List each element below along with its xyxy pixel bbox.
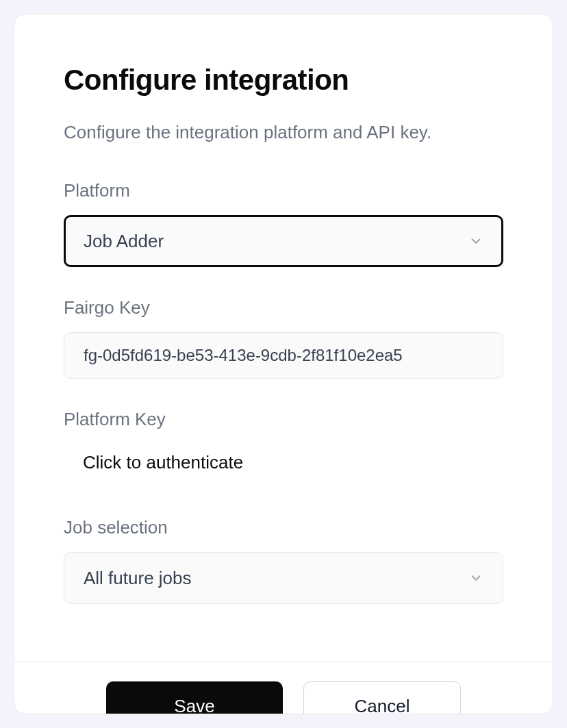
platform-label: Platform [64,180,503,201]
modal-title: Configure integration [64,64,503,97]
fairgo-key-label: Fairgo Key [64,297,503,318]
cancel-button[interactable]: Cancel [303,681,461,714]
platform-select[interactable]: Job Adder [64,215,503,267]
modal-body: Configure integration Configure the inte… [14,14,553,662]
chevron-down-icon [468,234,483,249]
platform-key-label: Platform Key [64,409,503,430]
fairgo-key-field: Fairgo Key fg-0d5fd619-be53-413e-9cdb-2f… [64,297,503,379]
job-selection-field: Job selection All future jobs [64,517,503,604]
job-selection-label: Job selection [64,517,503,538]
platform-field: Platform Job Adder [64,180,503,267]
modal-subtitle: Configure the integration platform and A… [64,120,503,145]
modal-footer: Save Cancel [14,662,553,714]
platform-select-value: Job Adder [84,231,164,252]
configure-integration-modal: Configure integration Configure the inte… [14,14,553,714]
job-selection-select[interactable]: All future jobs [64,552,503,604]
job-selection-select-value: All future jobs [84,568,192,589]
fairgo-key-input[interactable]: fg-0d5fd619-be53-413e-9cdb-2f81f10e2ea5 [64,332,503,379]
fairgo-key-value: fg-0d5fd619-be53-413e-9cdb-2f81f10e2ea5 [84,346,403,365]
authenticate-button[interactable]: Click to authenticate [64,444,262,481]
chevron-down-icon [468,570,483,586]
platform-key-field: Platform Key Click to authenticate [64,409,503,487]
save-button[interactable]: Save [106,681,283,714]
